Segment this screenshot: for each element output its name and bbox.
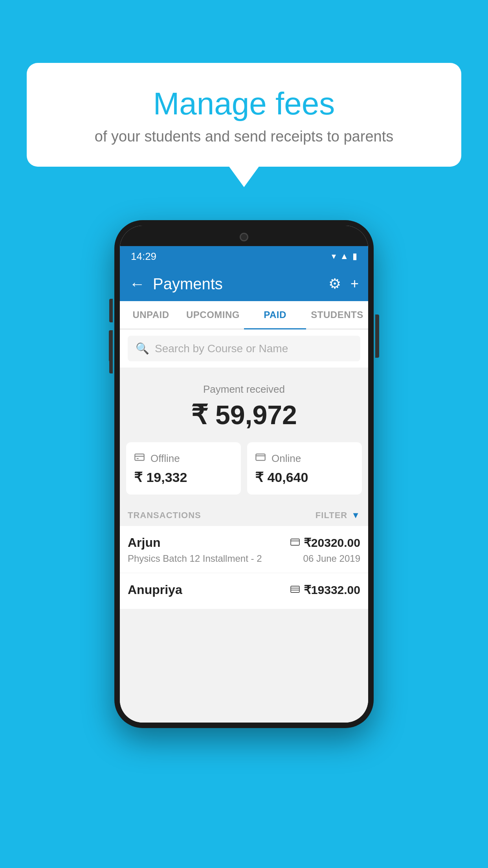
svg-rect-5 (291, 539, 299, 545)
camera-dot (240, 233, 248, 241)
transaction-bottom-arjun: Physics Batch 12 Installment - 2 06 June… (128, 553, 360, 564)
phone-screen: 14:29 ▾ ▲ ▮ ← Payments ⚙ + (120, 226, 368, 723)
search-input[interactable]: 🔍 Search by Course or Name (128, 336, 360, 361)
offline-icon (134, 452, 145, 465)
payment-received-amount: ₹ 59,972 (128, 399, 360, 430)
header-actions: ⚙ + (328, 276, 359, 292)
transaction-name-arjun: Arjun (128, 535, 161, 550)
signal-icon: ▲ (340, 251, 349, 261)
offline-amount: ₹ 19,332 (134, 469, 187, 485)
transaction-row-anupriya[interactable]: Anupriya ₹19332.00 (120, 573, 368, 609)
app-header: ← Payments ⚙ + (120, 267, 368, 301)
filter-button[interactable]: FILTER ▼ (316, 510, 360, 520)
phone-outer: 14:29 ▾ ▲ ▮ ← Payments ⚙ + (114, 220, 374, 728)
settings-icon[interactable]: ⚙ (328, 276, 341, 292)
payment-received-section: Payment received ₹ 59,972 (120, 368, 368, 442)
battery-icon: ▮ (352, 251, 357, 261)
search-icon: 🔍 (136, 342, 149, 355)
online-label: Online (272, 452, 301, 465)
speech-bubble-subtitle: of your students and send receipts to pa… (42, 128, 446, 145)
svg-rect-3 (256, 454, 265, 460)
filter-label: FILTER (316, 510, 347, 520)
transaction-row-arjun[interactable]: Arjun ₹20320.00 (120, 526, 368, 573)
transaction-amount-wrap-arjun: ₹20320.00 (290, 536, 360, 550)
tab-students[interactable]: STUDENTS (306, 301, 368, 329)
payment-card-online: Online ₹ 40,640 (247, 442, 362, 495)
tab-paid[interactable]: PAID (244, 301, 306, 329)
transaction-amount-anupriya: ₹19332.00 (304, 583, 360, 597)
transaction-amount-arjun: ₹20320.00 (304, 536, 360, 550)
transaction-top-arjun: Arjun ₹20320.00 (128, 535, 360, 550)
phone-notch (120, 226, 368, 246)
transaction-detail-arjun: Physics Batch 12 Installment - 2 (128, 553, 262, 564)
transactions-header: TRANSACTIONS FILTER ▼ (120, 502, 368, 526)
payment-method-icon-anupriya (290, 585, 300, 595)
payment-card-offline: Offline ₹ 19,332 (126, 442, 241, 495)
transaction-date-arjun: 06 June 2019 (303, 553, 360, 564)
transaction-amount-wrap-anupriya: ₹19332.00 (290, 583, 360, 597)
status-icons: ▾ ▲ ▮ (332, 251, 357, 261)
status-time: 14:29 (131, 250, 156, 263)
filter-icon: ▼ (351, 510, 360, 520)
payment-method-icon-arjun (290, 538, 300, 548)
speech-bubble: Manage fees of your students and send re… (27, 63, 461, 167)
notch-cutout (205, 228, 283, 246)
wifi-icon: ▾ (332, 251, 336, 261)
search-bar-wrapper: 🔍 Search by Course or Name (120, 329, 368, 368)
tab-unpaid[interactable]: UNPAID (120, 301, 182, 329)
online-card-header: Online (255, 452, 301, 465)
status-bar: 14:29 ▾ ▲ ▮ (120, 246, 368, 267)
payment-cards: Offline ₹ 19,332 (120, 442, 368, 502)
screen-content: 🔍 Search by Course or Name Payment recei… (120, 329, 368, 723)
transactions-label: TRANSACTIONS (128, 510, 201, 520)
svg-rect-0 (135, 454, 144, 460)
background: Manage fees of your students and send re… (0, 0, 488, 868)
back-button[interactable]: ← (129, 275, 145, 293)
offline-label: Offline (150, 452, 180, 465)
transaction-top-anupriya: Anupriya ₹19332.00 (128, 583, 360, 597)
online-icon (255, 452, 266, 465)
offline-card-header: Offline (134, 452, 180, 465)
header-title: Payments (153, 275, 328, 293)
tab-upcoming[interactable]: UPCOMING (182, 301, 244, 329)
speech-bubble-container: Manage fees of your students and send re… (27, 63, 461, 167)
online-amount: ₹ 40,640 (255, 469, 308, 485)
add-icon[interactable]: + (350, 276, 359, 292)
tabs-bar: UNPAID UPCOMING PAID STUDENTS (120, 301, 368, 329)
transaction-name-anupriya: Anupriya (128, 583, 182, 597)
search-placeholder: Search by Course or Name (155, 342, 288, 355)
payment-received-label: Payment received (128, 383, 360, 395)
speech-bubble-title: Manage fees (42, 86, 446, 121)
phone-mockup: 14:29 ▾ ▲ ▮ ← Payments ⚙ + (114, 220, 374, 728)
svg-rect-7 (291, 586, 299, 592)
